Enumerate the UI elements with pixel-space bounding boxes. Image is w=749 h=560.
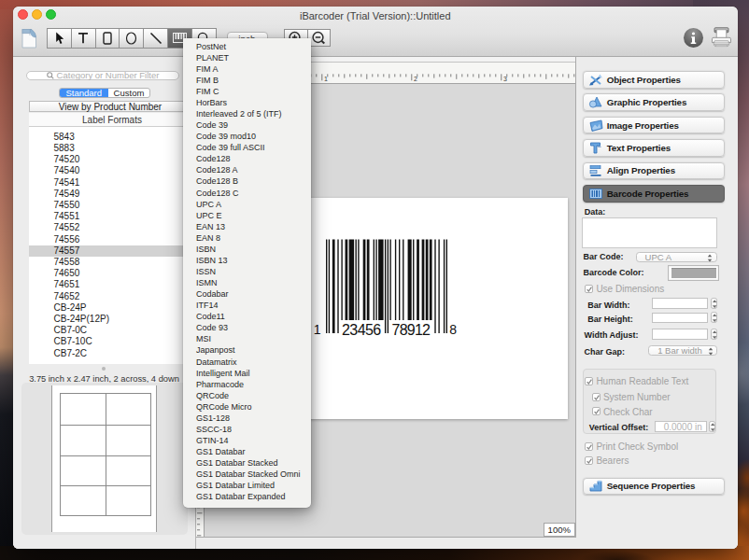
svg-text:1: 1	[313, 322, 320, 337]
svg-text:23456: 23456	[342, 322, 381, 338]
svg-text:8: 8	[449, 322, 457, 337]
svg-text:78912: 78912	[391, 322, 431, 338]
